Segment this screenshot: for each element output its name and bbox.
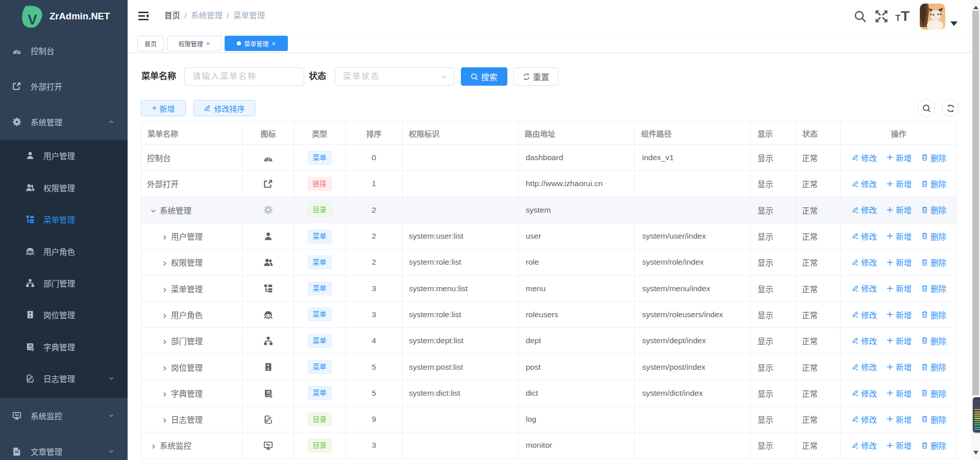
svg-text:V: V — [28, 11, 37, 27]
